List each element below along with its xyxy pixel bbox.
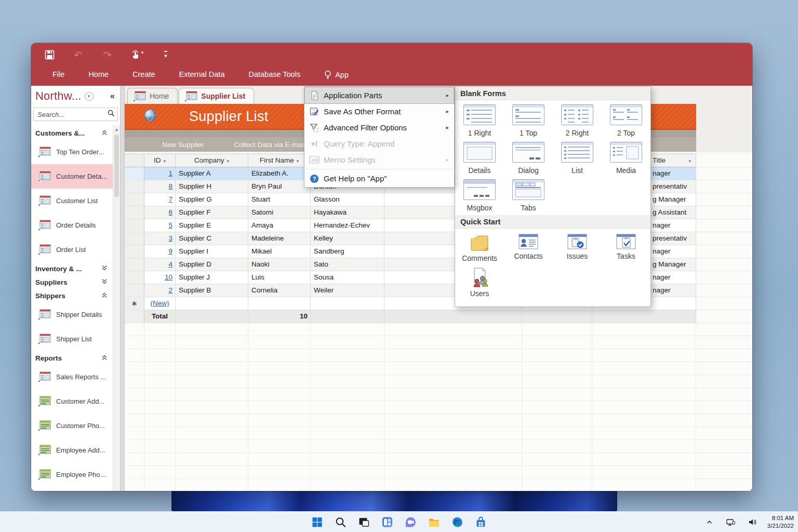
double-chevron-down-icon[interactable]: [101, 277, 108, 287]
taskbar-edge-button[interactable]: [449, 514, 466, 530]
nav-item-customer-list[interactable]: Customer List: [31, 189, 113, 213]
tray-chevron-up-icon[interactable]: [701, 514, 718, 530]
cell-first-name[interactable]: Mikael: [248, 245, 311, 258]
row-selector[interactable]: [125, 167, 144, 180]
filter-arrow-icon[interactable]: ▾: [688, 155, 691, 167]
quick-start-comments[interactable]: Comments: [455, 233, 504, 262]
cell-first-name[interactable]: Cornelia: [248, 284, 311, 297]
id-link[interactable]: 9: [168, 247, 172, 255]
nav-search-box[interactable]: Search...: [33, 108, 118, 121]
id-link[interactable]: 10: [165, 273, 172, 281]
toolbar-link-collect-data-via-e-mail[interactable]: Collect Data via E-mail: [234, 141, 305, 149]
blank-form-msgbox[interactable]: Msgbox: [455, 179, 504, 212]
id-link[interactable]: 2: [168, 286, 172, 294]
cell-first-name[interactable]: Madeleine: [248, 232, 311, 245]
ribbon-tab-database-tools[interactable]: Database Tools: [236, 66, 312, 83]
menu-item-save-as-other-format[interactable]: Save As Other Format ▸: [305, 103, 454, 119]
nav-item-order-list[interactable]: Order List: [31, 237, 113, 262]
cell-first-name[interactable]: Luis: [248, 271, 311, 284]
blank-form-2-right[interactable]: 2 Right: [553, 104, 602, 137]
cell-company[interactable]: Supplier G: [176, 193, 248, 206]
nav-item-employee-add[interactable]: Employee Add...: [31, 438, 113, 462]
menu-item-application-parts[interactable]: Application Parts ▸: [305, 87, 454, 103]
nav-item-top-ten-order[interactable]: Top Ten Order...: [31, 140, 113, 164]
new-record-link[interactable]: (New): [151, 299, 169, 307]
cell-id[interactable]: 7: [144, 193, 176, 206]
blank-form-2-top[interactable]: 2 Top: [602, 104, 650, 137]
cell-first-name[interactable]: Bryn Paul: [248, 180, 311, 193]
cell-last-name[interactable]: Sousa: [311, 271, 384, 284]
cell-last-name[interactable]: Hayakawa: [311, 206, 384, 219]
cell-id[interactable]: 9: [144, 245, 176, 258]
id-link[interactable]: 6: [168, 208, 172, 216]
ribbon-tab-external-data[interactable]: External Data: [167, 66, 237, 83]
cell-last-name[interactable]: Hernandez-Echev: [311, 219, 384, 232]
nav-scrollbar[interactable]: ▲: [113, 125, 120, 491]
nav-section-inventory[interactable]: Inventory & ...: [31, 262, 113, 275]
nav-section-reports[interactable]: Reports: [31, 351, 113, 365]
cell-last-name[interactable]: Sato: [311, 258, 384, 271]
save-button[interactable]: [42, 47, 57, 63]
taskbar-store-button[interactable]: [473, 514, 489, 530]
column-header-first-name[interactable]: First Name▾: [248, 154, 311, 167]
taskbar-start-button[interactable]: [309, 514, 326, 530]
cell-company[interactable]: Supplier B: [176, 284, 248, 297]
taskbar-clock[interactable]: 8:01 AM 3/21/2022: [767, 514, 794, 530]
cell-last-name[interactable]: Kelley: [311, 232, 384, 245]
row-selector-header[interactable]: [125, 154, 144, 167]
toolbar-link-new-supplier[interactable]: New Supplier: [162, 141, 204, 149]
ribbon-tab-create[interactable]: Create: [121, 66, 167, 83]
nav-pane-splitter[interactable]: [121, 86, 125, 491]
scrollbar-thumb[interactable]: [114, 135, 119, 197]
cell-id[interactable]: 1: [144, 167, 176, 180]
double-chevron-up-icon[interactable]: [101, 128, 108, 138]
menu-item-advanced-filter-options[interactable]: Advanced Filter Options ▸: [305, 119, 454, 136]
cell-empty[interactable]: [248, 297, 311, 310]
ribbon-tab-file[interactable]: File: [41, 66, 76, 83]
id-link[interactable]: 5: [168, 221, 172, 229]
blank-form-media[interactable]: Media: [602, 142, 650, 175]
new-row-selector[interactable]: ∗: [125, 297, 144, 310]
row-selector[interactable]: [125, 245, 144, 258]
nav-section-suppliers[interactable]: Suppliers: [31, 275, 113, 289]
cell-first-name[interactable]: Amaya: [248, 219, 311, 232]
volume-icon[interactable]: [744, 514, 761, 530]
taskbar-chat-button[interactable]: [403, 514, 419, 530]
blank-form-dialog[interactable]: Dialog: [504, 142, 553, 175]
double-chevron-up-icon[interactable]: [101, 353, 108, 363]
quick-start-issues[interactable]: Issues: [553, 233, 602, 262]
cell-new[interactable]: (New): [144, 297, 176, 310]
cell-company[interactable]: Supplier J: [176, 271, 248, 284]
id-link[interactable]: 7: [168, 195, 172, 203]
customize-qat-button[interactable]: ▾: [158, 47, 174, 63]
row-selector[interactable]: [125, 206, 144, 219]
touch-mode-button[interactable]: ▾: [129, 47, 144, 63]
cell-empty[interactable]: [311, 297, 384, 310]
filter-arrow-icon[interactable]: ▾: [163, 158, 166, 164]
row-selector[interactable]: [125, 232, 144, 245]
cell-last-name[interactable]: Glasson: [311, 193, 384, 206]
cell-company[interactable]: Supplier I: [176, 245, 248, 258]
doc-tab-home[interactable]: Home: [127, 88, 178, 104]
nav-item-order-details[interactable]: Order Details: [31, 213, 113, 237]
quick-start-tasks[interactable]: Tasks: [602, 233, 650, 262]
ribbon-tab-home[interactable]: Home: [76, 66, 121, 83]
blank-form-details[interactable]: Details: [455, 142, 504, 175]
cell-id[interactable]: 10: [144, 271, 176, 284]
taskbar-widgets-button[interactable]: [379, 514, 396, 530]
cell-first-name[interactable]: Stuart: [248, 193, 311, 206]
menu-item-get-help-on-app[interactable]: ? Get Help on "App": [305, 170, 454, 187]
row-selector[interactable]: [125, 258, 144, 271]
nav-item-customer-deta[interactable]: Customer Deta...: [31, 164, 113, 189]
nav-item-customer-add[interactable]: Customer Add...: [31, 389, 113, 414]
quick-start-contacts[interactable]: Contacts: [504, 233, 553, 262]
cell-company[interactable]: Supplier F: [176, 206, 248, 219]
cell-id[interactable]: 3: [144, 232, 176, 245]
cell-id[interactable]: 4: [144, 258, 176, 271]
blank-form-1-top[interactable]: 1 Top: [504, 104, 553, 137]
id-link[interactable]: 3: [168, 234, 172, 242]
cell-first-name[interactable]: Naoki: [248, 258, 311, 271]
cell-id[interactable]: 5: [144, 219, 176, 232]
scroll-up-arrow-icon[interactable]: ▲: [113, 125, 120, 134]
nav-item-shipper-details[interactable]: Shipper Details: [31, 302, 113, 327]
